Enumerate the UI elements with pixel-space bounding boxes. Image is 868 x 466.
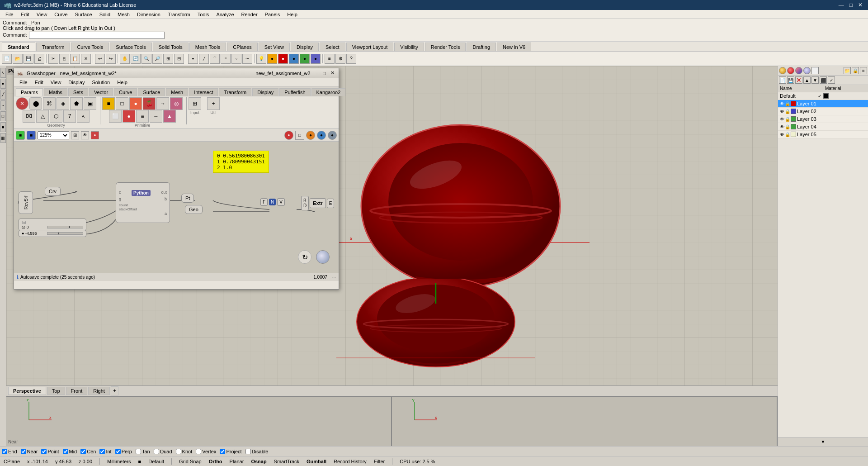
gh-menu-display[interactable]: Display [65,79,88,86]
tab-solid-tools[interactable]: Solid Tools [153,43,189,51]
gh-tab-transform[interactable]: Transform [219,88,251,96]
tb-render1[interactable]: ● [289,54,299,64]
menu-view[interactable]: View [33,11,51,18]
tb-light[interactable]: 💡 [256,54,266,64]
gh-btn-input1[interactable]: ⊞ [189,97,201,110]
layer-default-color[interactable] [823,93,829,99]
tb-save[interactable]: 💾 [24,54,33,64]
tb-new[interactable]: 📄 [2,54,12,64]
gh-btn-rect[interactable]: □ [295,131,304,140]
layer-04-eye[interactable]: 👁 [780,124,784,129]
gh-btn-param5[interactable]: ⬟ [70,97,83,110]
layer-row-default[interactable]: Default ✓ [778,92,868,100]
gh-node-pt[interactable]: Pt [181,194,194,203]
gh-btn-prim6[interactable]: ◎ [170,97,183,110]
gh-menu-edit[interactable]: Edit [31,79,47,86]
menu-file[interactable]: File [2,11,17,18]
tab-cplanes[interactable]: CPlanes [227,43,258,51]
gh-btn-param1[interactable]: ✕ [16,97,28,110]
tb-settings[interactable]: ⚙ [335,54,345,64]
tab-display[interactable]: Display [291,43,319,51]
snap-quad[interactable]: Quad [154,449,172,454]
tb-polyline[interactable]: ⌒ [210,54,220,64]
gh-tab-kangaroo2[interactable]: Kangaroo2 [311,88,346,96]
snap-project-cb[interactable] [220,449,225,454]
mat-blue[interactable] [803,67,811,74]
gh-maximize[interactable]: □ [321,71,327,76]
tb-copy[interactable]: ⎘ [59,54,69,64]
menu-edit[interactable]: Edit [17,11,33,18]
tb-line[interactable]: ╱ [199,54,209,64]
gh-zoom-select[interactable]: 125% 100% 75% 50% [38,131,69,139]
tb-paste[interactable]: 📋 [70,54,80,64]
gh-btn-prim10[interactable]: → [150,110,162,123]
menu-tools[interactable]: Tools [194,11,213,18]
layer-03-color[interactable] [791,116,796,122]
tb-spline[interactable]: 〜 [242,54,252,64]
gh-btn-prim9[interactable]: ≡ [136,110,149,123]
gh-tab-surface[interactable]: Surface [138,88,165,96]
gh-btn-param7[interactable]: ⌧ [23,110,35,123]
viewport-area[interactable]: x z Perspective ▼ [6,66,778,446]
gh-tab-params[interactable]: Params [16,88,43,96]
bottom-top-panel[interactable]: Top x y [392,397,778,446]
snap-disable-cb[interactable] [245,449,251,454]
tb-point[interactable]: ● [188,54,198,64]
lt-surface[interactable]: □ [0,111,6,121]
snap-knot-cb[interactable] [176,449,181,454]
command-input[interactable] [29,32,165,39]
layer-02-lock[interactable]: 🔒 [785,109,790,114]
vp-tab-top[interactable]: Top [47,387,65,395]
gh-btn-prim7[interactable]: ⬜ [109,110,122,123]
gh-menu-help[interactable]: Help [113,79,131,86]
gh-btn-prim4[interactable]: 🍒 [143,97,156,110]
layer-03-eye[interactable]: 👁 [780,117,784,122]
gh-doc-btn[interactable]: ■ [16,131,25,140]
snap-near-cb[interactable] [21,449,26,454]
gh-btn-circle-red[interactable]: ● [284,131,293,140]
gh-btn-param8[interactable]: △ [36,110,49,123]
lt-select[interactable]: ↖ [0,68,6,78]
mat-white[interactable] [811,67,819,74]
snap-tan-cb[interactable] [136,449,141,454]
mat-gold[interactable] [779,67,786,74]
menu-transform[interactable]: Transform [164,11,194,18]
menu-panels[interactable]: Panels [261,11,284,18]
gh-node-e[interactable]: E [327,199,335,208]
icon-down[interactable]: ▼ [811,76,819,84]
vp-tab-perspective[interactable]: Perspective [8,387,46,395]
lt-mesh[interactable]: ▦ [0,133,6,143]
icon-save-doc[interactable]: 💾 [787,76,794,84]
gh-minimize[interactable]: — [312,71,320,76]
snap-disable[interactable]: Disable [245,449,269,454]
gh-tab-vector[interactable]: Vector [89,88,113,96]
tb-circle[interactable]: ○ [231,54,241,64]
tb-zoom-window[interactable]: ⊟ [174,54,184,64]
gh-tab-sets[interactable]: Sets [68,88,88,96]
gh-canvas[interactable]: 0 0.561980086301 1 0.780990043151 2 1.0 [14,142,339,273]
icon-new-doc[interactable]: 📄 [779,76,786,84]
snap-mid[interactable]: Mid [63,449,77,454]
snap-int-cb[interactable] [99,449,105,454]
tab-select[interactable]: Select [320,43,345,51]
gh-node-crv[interactable]: Crv [45,187,61,196]
gh-eye-btn[interactable]: 👁 [81,131,89,139]
snap-int[interactable]: Int [99,449,111,454]
gh-tab-curve[interactable]: Curve [114,88,137,96]
gh-btn-prim2[interactable]: □ [116,97,128,110]
gh-tab-maths[interactable]: Maths [44,88,67,96]
gh-sphere-icon[interactable] [316,250,330,264]
menu-analyze[interactable]: Analyze [212,11,237,18]
menu-render[interactable]: Render [238,11,261,18]
status-gumball[interactable]: Gumball [307,459,326,464]
menu-help[interactable]: Help [283,11,301,18]
snap-vertex-cb[interactable] [196,449,201,454]
layer-02-eye[interactable]: 👁 [780,109,784,114]
gh-btn-param2[interactable]: ⬤ [29,97,42,110]
gh-node-int[interactable]: Int ◎ 3 [19,219,86,231]
status-osnap[interactable]: Osnap [251,459,266,464]
gh-node-value[interactable]: ● -4.596 [19,230,86,237]
gh-node-geo[interactable]: Geo [185,205,203,214]
tab-visibility[interactable]: Visibility [394,43,424,51]
tab-set-view[interactable]: Set View [259,43,290,51]
